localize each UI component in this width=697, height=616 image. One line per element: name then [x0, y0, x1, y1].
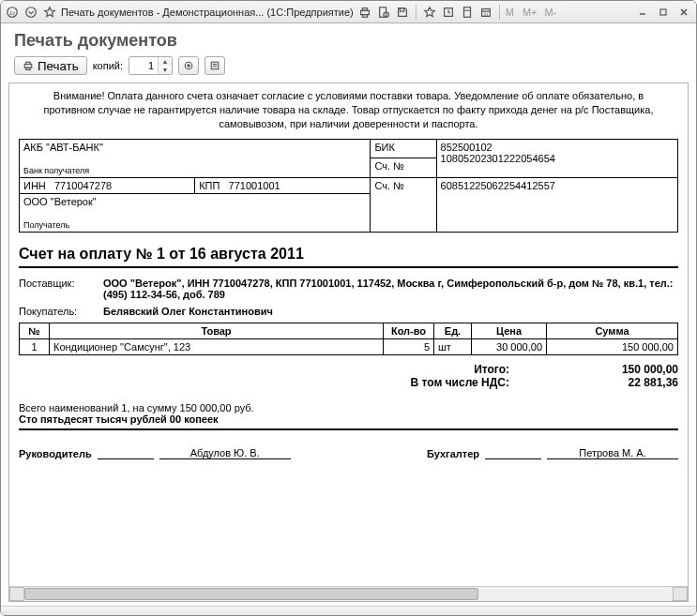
account-value: 60851225062254412557 — [436, 177, 677, 232]
hscroll-right[interactable] — [673, 587, 688, 601]
close-button[interactable] — [675, 5, 692, 20]
bank-details-table: АКБ "АВТ-БАНК" Банк получателя БИК 85250… — [19, 139, 678, 233]
dropdown-icon[interactable] — [23, 5, 38, 20]
supplier-label: Поставщик: — [19, 278, 103, 300]
recipient-label: Получатель — [23, 220, 366, 230]
toolbar: Печать копий: ▲ ▼ — [14, 56, 683, 75]
print-small-icon[interactable] — [357, 5, 372, 20]
inn-label: ИНН — [23, 180, 46, 191]
svg-rect-8 — [400, 8, 403, 11]
invoice-title: Счет на оплату № 1 от 16 августа 2011 — [19, 246, 678, 263]
account-label-2: Сч. № — [371, 177, 436, 232]
summary-divider — [19, 428, 678, 430]
calculator-icon[interactable] — [460, 5, 475, 20]
copies-up[interactable]: ▲ — [159, 57, 172, 66]
copies-spinner[interactable]: ▲ ▼ — [129, 56, 173, 75]
buyer-value: Белявский Олег Константинович — [103, 306, 678, 317]
copies-label: копий: — [93, 60, 123, 71]
history-icon[interactable] — [441, 5, 456, 20]
item-num: 1 — [20, 338, 50, 354]
svg-rect-3 — [360, 10, 369, 14]
director-sign-line — [98, 458, 154, 459]
col-num: № — [20, 323, 50, 338]
bank-name: АКБ "АВТ-БАНК" — [23, 142, 366, 153]
settings-button[interactable] — [205, 56, 225, 75]
col-name: Товар — [50, 323, 384, 338]
svg-rect-5 — [362, 14, 367, 17]
signatures: Руководитель Абдулов Ю. В. Бухгалтер Пет… — [19, 447, 678, 459]
document: Внимание! Оплата данного счета означает … — [9, 83, 688, 478]
maximize-button[interactable] — [655, 5, 672, 20]
copies-input[interactable] — [129, 57, 158, 74]
corr-account-value: 10805202301222054654 — [441, 153, 674, 164]
director-name: Абдулов Ю. В. — [159, 447, 291, 459]
director-label: Руководитель — [19, 448, 92, 459]
memory-mplus[interactable]: M+ — [523, 7, 538, 18]
memory-mminus[interactable]: M- — [544, 7, 556, 18]
vat-value: 22 881,36 — [547, 376, 678, 389]
print-button[interactable]: Печать — [14, 56, 87, 75]
account-label-1: Сч. № — [371, 158, 436, 178]
svg-rect-4 — [362, 8, 367, 10]
window-title: Печать документов - Демонстрационная... … — [61, 7, 354, 18]
copies-down[interactable]: ▼ — [159, 66, 172, 74]
total-value: 150 000,00 — [547, 363, 678, 376]
table-row: 1 Кондиционер "Самсунг", 123 5 шт 30 000… — [20, 338, 678, 354]
bank-recipient-label: Банк получателя — [23, 166, 366, 175]
col-price: Цена — [472, 323, 547, 338]
print-button-label: Печать — [38, 59, 79, 73]
item-unit: шт — [434, 338, 472, 354]
svg-text:1c: 1c — [9, 8, 15, 15]
toolbar-separator — [499, 5, 500, 20]
item-price: 30 000,00 — [472, 338, 547, 354]
summary-words: Сто пятьдесят тысяч рублей 00 копеек — [19, 413, 678, 425]
item-name: Кондиционер "Самсунг", 123 — [50, 338, 384, 354]
buyer-row: Покупатель: Белявский Олег Константинови… — [19, 306, 678, 317]
window-titlebar: 1c Печать документов - Демонстрационная.… — [1, 1, 696, 23]
calendar-icon[interactable]: 31 — [478, 5, 493, 20]
kpp-label: КПП — [199, 180, 220, 191]
supplier-row: Поставщик: ООО "Ветерок", ИНН 7710047278… — [19, 278, 678, 300]
svg-rect-18 — [660, 9, 666, 15]
kpp-value: 771001001 — [229, 180, 280, 191]
favorite-icon[interactable] — [422, 5, 437, 20]
col-sum: Сумма — [547, 323, 678, 338]
hscroll-left[interactable] — [9, 587, 24, 601]
svg-rect-22 — [26, 62, 31, 64]
toolbar-separator — [416, 5, 417, 20]
svg-rect-23 — [26, 68, 31, 69]
title-divider — [19, 266, 678, 268]
accountant-sign-line — [485, 458, 541, 459]
template-button[interactable] — [178, 56, 199, 75]
printer-icon — [23, 60, 34, 71]
document-scroll[interactable]: Внимание! Оплата данного счета означает … — [9, 83, 688, 586]
col-qty: Кол-во — [384, 323, 434, 338]
memory-m[interactable]: M — [506, 7, 515, 18]
save-icon[interactable] — [395, 5, 410, 20]
bik-label: БИК — [371, 139, 436, 158]
notice-text: Внимание! Оплата данного счета означает … — [44, 89, 654, 131]
col-unit: Ед. — [434, 323, 472, 338]
svg-text:31: 31 — [483, 11, 488, 16]
app-logo-icon: 1c — [5, 5, 20, 20]
svg-rect-10 — [463, 7, 470, 17]
bik-value: 852500102 — [441, 142, 674, 153]
preview-icon[interactable] — [376, 5, 391, 20]
horizontal-scrollbar[interactable] — [9, 586, 688, 601]
totals: Итого: 150 000,00 В том числе НДС: 22 88… — [19, 363, 678, 389]
hscroll-thumb[interactable] — [24, 588, 478, 600]
document-wrapper: Внимание! Оплата данного счета означает … — [8, 83, 689, 602]
page-header: Печать документов Печать копий: ▲ ▼ — [1, 23, 696, 81]
star-outline-icon[interactable] — [42, 5, 57, 20]
inn-value: 7710047278 — [54, 180, 112, 191]
accountant-label: Бухгалтер — [427, 448, 479, 459]
items-table: № Товар Кол-во Ед. Цена Сумма 1 Кондицио… — [19, 323, 678, 355]
minimize-button[interactable] — [634, 5, 651, 20]
recipient-name: ООО "Ветерок" — [23, 196, 366, 207]
page-title: Печать документов — [14, 31, 683, 51]
svg-rect-26 — [211, 62, 219, 69]
item-qty: 5 — [384, 338, 434, 354]
summary: Всего наименований 1, на сумму 150 000,0… — [19, 402, 678, 425]
accountant-name: Петрова М. А. — [547, 447, 678, 459]
statusbar — [1, 606, 696, 615]
